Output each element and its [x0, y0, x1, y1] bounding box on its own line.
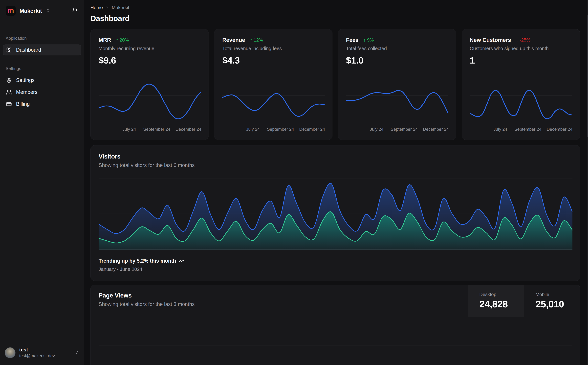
section-label-settings: Settings: [3, 66, 81, 71]
x-tick: September 24: [514, 127, 541, 132]
bars: [99, 317, 572, 365]
stat-card-fees: Fees ↑ 9% Total fees collected $1.0 July…: [338, 29, 456, 140]
bell-icon: [72, 7, 78, 14]
sidebar-item-settings[interactable]: Settings: [3, 75, 81, 86]
sidebar-item-label: Billing: [16, 101, 30, 107]
sidebar: m Makerkit Application Dashboard: [0, 0, 84, 365]
user-meta: test test@makerkit.dev: [19, 347, 55, 358]
trend-badge: ↑ 20%: [116, 37, 129, 43]
page-views-title: Page Views: [99, 292, 460, 299]
users-icon: [6, 89, 12, 95]
x-tick: September 24: [267, 127, 294, 132]
avatar: [5, 347, 15, 358]
trend-badge: ↓ -25%: [516, 37, 530, 43]
workspace-selector[interactable]: m Makerkit: [6, 6, 50, 16]
page-views-header: Page Views Showing total visitors for th…: [91, 285, 580, 317]
breadcrumb-home-link[interactable]: Home: [90, 5, 103, 10]
sidebar-item-label: Members: [16, 89, 37, 95]
sparkline-chart: July 24 September 24 December 24: [346, 81, 448, 132]
page-views-card: Page Views Showing total visitors for th…: [90, 285, 580, 365]
breadcrumb: Home Makerkit: [90, 5, 580, 10]
visitors-period: January - June 2024: [99, 267, 572, 272]
x-axis-ticks: July 24 September 24 December 24: [470, 127, 572, 132]
trend-arrow-up-icon: ↑: [250, 37, 252, 43]
x-tick: December 24: [423, 127, 449, 132]
stat-card-revenue: Revenue ↑ 12% Total revenue including fe…: [214, 29, 332, 140]
notifications-button[interactable]: [71, 7, 79, 15]
x-tick: December 24: [547, 127, 573, 132]
chevrons-up-down-icon: [75, 351, 79, 355]
trend-value: -25%: [519, 37, 530, 43]
trend-arrow-up-icon: ↑: [363, 37, 366, 43]
segment-value: 24,828: [479, 298, 514, 309]
stat-card-value: $4.3: [222, 55, 324, 66]
x-tick: July 24: [246, 127, 260, 132]
segment-label: Desktop: [479, 292, 514, 297]
sparkline-chart: July 24 September 24 December 24: [222, 81, 324, 132]
stat-card-title: New Customers: [470, 37, 511, 43]
trend-arrow-down-icon: ↓: [516, 37, 518, 43]
sidebar-item-label: Settings: [16, 77, 35, 83]
page-views-bar-chart: [99, 317, 572, 365]
chevron-right-icon: [105, 6, 110, 10]
x-tick: July 24: [370, 127, 383, 132]
dashboard-grid-icon: [6, 47, 12, 53]
stat-card-title: MRR: [99, 37, 111, 43]
stat-card-value: $1.0: [346, 55, 448, 66]
visitors-title: Visitors: [99, 153, 572, 160]
sidebar-item-dashboard[interactable]: Dashboard: [3, 44, 81, 56]
stat-card-description: Total revenue including fees: [222, 46, 324, 51]
visitors-card: Visitors Showing total visitors for the …: [90, 145, 580, 281]
segment-value: 25,010: [536, 298, 570, 309]
x-axis-ticks: July 24 September 24 December 24: [222, 127, 324, 132]
device-toggle: Desktop 24,828 Mobile 25,010: [468, 285, 580, 317]
user-menu[interactable]: test test@makerkit.dev: [3, 345, 81, 360]
segment-mobile[interactable]: Mobile 25,010: [524, 285, 580, 317]
scrollbar-track[interactable]: [587, 0, 588, 365]
sidebar-item-billing[interactable]: Billing: [3, 99, 81, 110]
stat-card-value: $9.6: [99, 55, 201, 66]
page-title: Dashboard: [90, 14, 580, 23]
logo-letter: m: [7, 7, 14, 14]
x-tick: December 24: [175, 127, 201, 132]
chevrons-up-down-icon: [46, 8, 50, 13]
sidebar-nav: Application Dashboard Settings Settings: [3, 36, 81, 111]
trend-value: 12%: [254, 37, 263, 43]
segment-label: Mobile: [536, 292, 570, 297]
sidebar-item-members[interactable]: Members: [3, 87, 81, 98]
stat-card-title: Revenue: [222, 37, 245, 43]
gear-icon: [6, 77, 12, 83]
sparkline-chart: July 24 September 24 December 24: [99, 81, 201, 132]
section-label-application: Application: [3, 36, 81, 41]
breadcrumb-current: Makerkit: [112, 5, 129, 10]
stat-card-row: MRR ↑ 20% Monthly recurring revenue $9.6…: [90, 29, 580, 140]
visitors-area-chart: [99, 177, 572, 250]
sparkline-chart: July 24 September 24 December 24: [470, 81, 572, 132]
trend-badge: ↑ 9%: [363, 37, 374, 43]
user-email: test@makerkit.dev: [19, 353, 55, 358]
trend-badge: ↑ 12%: [250, 37, 263, 43]
stat-card-value: 1: [470, 55, 572, 66]
stat-card-title: Fees: [346, 37, 359, 43]
scrollbar-thumb[interactable]: [587, 15, 588, 137]
stat-card-description: Total fees collected: [346, 46, 448, 51]
segment-desktop[interactable]: Desktop 24,828: [468, 285, 524, 317]
x-tick: July 24: [494, 127, 507, 132]
visitors-subtitle: Showing total visitors for the last 6 mo…: [99, 162, 572, 168]
brand-name: Makerkit: [20, 8, 42, 14]
x-tick: December 24: [299, 127, 325, 132]
makerkit-logo: m: [6, 6, 16, 16]
x-tick: September 24: [143, 127, 170, 132]
stat-card-description: Customers who signed up this month: [470, 46, 572, 51]
trend-value: 9%: [367, 37, 374, 43]
app-root: m Makerkit Application Dashboard: [0, 0, 588, 365]
visitors-trend-text: Trending up by 5.2% this month: [99, 258, 176, 264]
stat-card-mrr: MRR ↑ 20% Monthly recurring revenue $9.6…: [90, 29, 209, 140]
page-views-subtitle: Showing total visitors for the last 3 mo…: [99, 301, 460, 307]
trend-value: 20%: [120, 37, 129, 43]
sidebar-header: m Makerkit: [3, 6, 81, 16]
x-tick: July 24: [122, 127, 136, 132]
user-name: test: [19, 347, 55, 353]
x-axis-ticks: July 24 September 24 December 24: [99, 127, 201, 132]
visitors-footer: Trending up by 5.2% this month January -…: [99, 258, 572, 272]
